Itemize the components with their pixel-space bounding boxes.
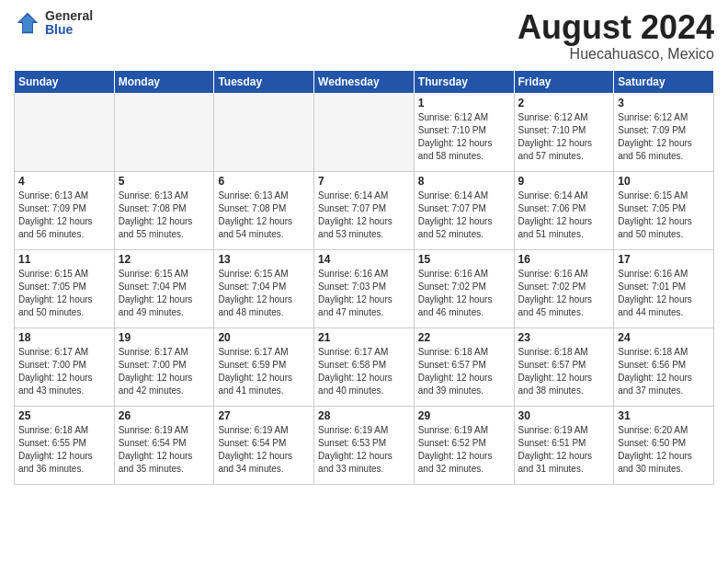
calendar-body: 1Sunrise: 6:12 AM Sunset: 7:10 PM Daylig…	[15, 93, 714, 484]
calendar-cell: 17Sunrise: 6:16 AM Sunset: 7:01 PM Dayli…	[614, 249, 714, 327]
day-info: Sunrise: 6:20 AM Sunset: 6:50 PM Dayligh…	[618, 424, 710, 476]
week-row-3: 11Sunrise: 6:15 AM Sunset: 7:05 PM Dayli…	[15, 249, 714, 327]
day-info: Sunrise: 6:15 AM Sunset: 7:05 PM Dayligh…	[618, 190, 710, 241]
calendar-cell: 8Sunrise: 6:14 AM Sunset: 7:07 PM Daylig…	[414, 171, 514, 249]
day-number: 25	[18, 409, 110, 422]
day-info: Sunrise: 6:14 AM Sunset: 7:07 PM Dayligh…	[418, 190, 510, 241]
logo-icon	[14, 9, 41, 37]
calendar-cell	[114, 93, 214, 171]
calendar-cell: 21Sunrise: 6:17 AM Sunset: 6:58 PM Dayli…	[314, 327, 415, 406]
calendar-cell: 25Sunrise: 6:18 AM Sunset: 6:55 PM Dayli…	[15, 406, 115, 484]
day-number: 5	[119, 175, 210, 188]
day-number: 13	[218, 253, 310, 266]
calendar-cell: 22Sunrise: 6:18 AM Sunset: 6:57 PM Dayli…	[414, 327, 514, 406]
day-header-saturday: Saturday	[614, 70, 714, 93]
week-row-5: 25Sunrise: 6:18 AM Sunset: 6:55 PM Dayli…	[15, 406, 714, 484]
day-number: 28	[318, 409, 410, 422]
logo: General Blue	[14, 9, 93, 38]
day-info: Sunrise: 6:18 AM Sunset: 6:57 PM Dayligh…	[418, 346, 510, 397]
day-info: Sunrise: 6:16 AM Sunset: 7:02 PM Dayligh…	[518, 268, 610, 319]
day-number: 2	[518, 97, 610, 109]
day-number: 19	[119, 331, 210, 344]
day-number: 24	[618, 331, 710, 344]
day-header-wednesday: Wednesday	[314, 70, 415, 93]
week-row-4: 18Sunrise: 6:17 AM Sunset: 7:00 PM Dayli…	[15, 327, 714, 406]
day-info: Sunrise: 6:12 AM Sunset: 7:09 PM Dayligh…	[618, 111, 710, 163]
calendar-table: SundayMondayTuesdayWednesdayThursdayFrid…	[14, 70, 714, 485]
day-info: Sunrise: 6:18 AM Sunset: 6:56 PM Dayligh…	[618, 346, 710, 397]
calendar-cell: 2Sunrise: 6:12 AM Sunset: 7:10 PM Daylig…	[514, 93, 614, 171]
day-headers-row: SundayMondayTuesdayWednesdayThursdayFrid…	[15, 70, 714, 93]
calendar-cell: 5Sunrise: 6:13 AM Sunset: 7:08 PM Daylig…	[114, 171, 214, 249]
day-number: 10	[618, 175, 710, 188]
calendar-cell: 4Sunrise: 6:13 AM Sunset: 7:09 PM Daylig…	[15, 171, 115, 249]
day-number: 17	[618, 253, 710, 266]
day-number: 18	[18, 331, 110, 344]
day-number: 27	[218, 409, 310, 422]
logo-text: General Blue	[45, 9, 93, 38]
calendar-cell: 31Sunrise: 6:20 AM Sunset: 6:50 PM Dayli…	[614, 406, 714, 484]
day-number: 11	[18, 253, 110, 266]
calendar-cell: 19Sunrise: 6:17 AM Sunset: 7:00 PM Dayli…	[114, 327, 214, 406]
logo-blue-text: Blue	[45, 23, 93, 37]
day-info: Sunrise: 6:17 AM Sunset: 6:59 PM Dayligh…	[218, 346, 310, 397]
calendar-title: August 2024	[518, 9, 714, 46]
calendar-cell: 13Sunrise: 6:15 AM Sunset: 7:04 PM Dayli…	[214, 249, 314, 327]
calendar-cell: 6Sunrise: 6:13 AM Sunset: 7:08 PM Daylig…	[214, 171, 314, 249]
calendar-cell: 28Sunrise: 6:19 AM Sunset: 6:53 PM Dayli…	[314, 406, 415, 484]
calendar-cell: 24Sunrise: 6:18 AM Sunset: 6:56 PM Dayli…	[614, 327, 714, 406]
day-number: 9	[518, 175, 610, 188]
calendar-cell: 15Sunrise: 6:16 AM Sunset: 7:02 PM Dayli…	[414, 249, 514, 327]
day-number: 8	[418, 175, 510, 188]
day-number: 16	[518, 253, 610, 266]
day-number: 7	[318, 175, 410, 188]
day-header-sunday: Sunday	[15, 70, 115, 93]
week-row-1: 1Sunrise: 6:12 AM Sunset: 7:10 PM Daylig…	[15, 93, 714, 171]
day-header-thursday: Thursday	[414, 70, 514, 93]
day-info: Sunrise: 6:14 AM Sunset: 7:07 PM Dayligh…	[318, 190, 410, 241]
day-info: Sunrise: 6:19 AM Sunset: 6:54 PM Dayligh…	[119, 424, 210, 476]
day-info: Sunrise: 6:15 AM Sunset: 7:04 PM Dayligh…	[119, 268, 210, 319]
calendar-cell: 26Sunrise: 6:19 AM Sunset: 6:54 PM Dayli…	[114, 406, 214, 484]
day-number: 29	[418, 409, 510, 422]
day-info: Sunrise: 6:12 AM Sunset: 7:10 PM Dayligh…	[418, 111, 510, 163]
day-info: Sunrise: 6:19 AM Sunset: 6:51 PM Dayligh…	[518, 424, 610, 476]
day-info: Sunrise: 6:15 AM Sunset: 7:04 PM Dayligh…	[218, 268, 310, 319]
day-info: Sunrise: 6:18 AM Sunset: 6:55 PM Dayligh…	[18, 424, 110, 476]
calendar-location: Huecahuasco, Mexico	[518, 46, 714, 63]
day-info: Sunrise: 6:19 AM Sunset: 6:52 PM Dayligh…	[418, 424, 510, 476]
title-block: August 2024 Huecahuasco, Mexico	[518, 9, 714, 63]
day-number: 4	[18, 175, 110, 188]
calendar-cell: 27Sunrise: 6:19 AM Sunset: 6:54 PM Dayli…	[214, 406, 314, 484]
calendar-cell: 7Sunrise: 6:14 AM Sunset: 7:07 PM Daylig…	[314, 171, 415, 249]
calendar-cell: 10Sunrise: 6:15 AM Sunset: 7:05 PM Dayli…	[614, 171, 714, 249]
page-header: General Blue August 2024 Huecahuasco, Me…	[14, 9, 714, 63]
calendar-cell: 14Sunrise: 6:16 AM Sunset: 7:03 PM Dayli…	[314, 249, 415, 327]
day-info: Sunrise: 6:13 AM Sunset: 7:08 PM Dayligh…	[119, 190, 210, 241]
day-header-friday: Friday	[514, 70, 614, 93]
day-info: Sunrise: 6:19 AM Sunset: 6:54 PM Dayligh…	[218, 424, 310, 476]
day-info: Sunrise: 6:14 AM Sunset: 7:06 PM Dayligh…	[518, 190, 610, 241]
day-number: 20	[218, 331, 310, 344]
calendar-cell	[214, 93, 314, 171]
day-info: Sunrise: 6:19 AM Sunset: 6:53 PM Dayligh…	[318, 424, 410, 476]
calendar-cell: 29Sunrise: 6:19 AM Sunset: 6:52 PM Dayli…	[414, 406, 514, 484]
calendar-cell: 3Sunrise: 6:12 AM Sunset: 7:09 PM Daylig…	[614, 93, 714, 171]
day-info: Sunrise: 6:12 AM Sunset: 7:10 PM Dayligh…	[518, 111, 610, 163]
day-number: 14	[318, 253, 410, 266]
calendar-header: SundayMondayTuesdayWednesdayThursdayFrid…	[15, 70, 714, 93]
calendar-cell: 1Sunrise: 6:12 AM Sunset: 7:10 PM Daylig…	[414, 93, 514, 171]
day-header-monday: Monday	[114, 70, 214, 93]
day-info: Sunrise: 6:16 AM Sunset: 7:03 PM Dayligh…	[318, 268, 410, 319]
calendar-cell: 9Sunrise: 6:14 AM Sunset: 7:06 PM Daylig…	[514, 171, 614, 249]
day-info: Sunrise: 6:18 AM Sunset: 6:57 PM Dayligh…	[518, 346, 610, 397]
calendar-cell: 30Sunrise: 6:19 AM Sunset: 6:51 PM Dayli…	[514, 406, 614, 484]
day-header-tuesday: Tuesday	[214, 70, 314, 93]
day-number: 26	[119, 409, 210, 422]
calendar-cell: 18Sunrise: 6:17 AM Sunset: 7:00 PM Dayli…	[15, 327, 115, 406]
day-number: 1	[418, 97, 510, 109]
day-number: 3	[618, 97, 710, 109]
calendar-cell	[314, 93, 415, 171]
calendar-cell: 20Sunrise: 6:17 AM Sunset: 6:59 PM Dayli…	[214, 327, 314, 406]
day-info: Sunrise: 6:17 AM Sunset: 7:00 PM Dayligh…	[119, 346, 210, 397]
